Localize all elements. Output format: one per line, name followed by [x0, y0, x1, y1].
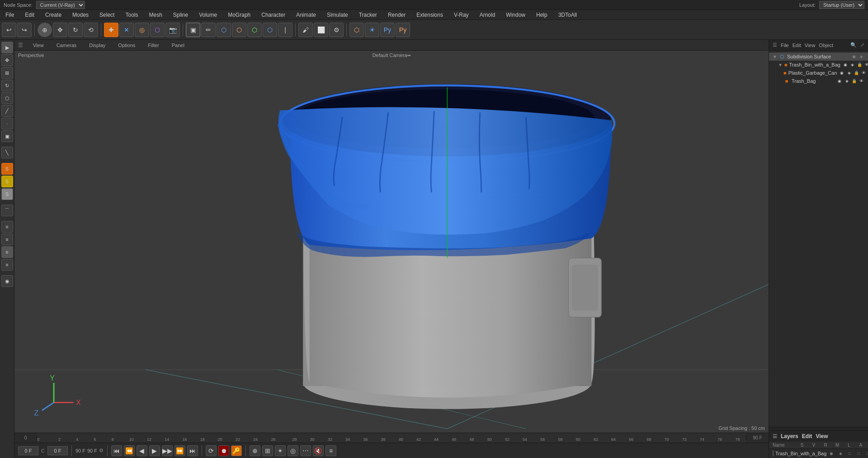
obj-button[interactable]: ▣: [186, 23, 200, 37]
tab-options[interactable]: Options: [115, 42, 138, 49]
paint-button[interactable]: 🖌: [298, 23, 313, 37]
left-point-btn[interactable]: ·: [1, 118, 13, 129]
transform-button[interactable]: ⟲: [84, 23, 98, 37]
layer-row-trashbin[interactable]: Trash_Bin_with_a_Bag ◉ ◈ □ □ □ ▶: [769, 449, 868, 458]
tree-item-trashbag[interactable]: ■ Trash_Bag ◉ ◈ 🔒 👁: [769, 77, 868, 85]
left-rotate-btn[interactable]: ↻: [1, 80, 13, 91]
light-button[interactable]: |: [278, 23, 292, 37]
layers-edit-btn[interactable]: Edit: [802, 433, 812, 439]
rp-search-icon[interactable]: 🔍: [850, 42, 857, 48]
loop-btn[interactable]: ⟳: [206, 445, 217, 456]
menu-mograph[interactable]: MoGraph: [226, 11, 252, 19]
menu-extensions[interactable]: Extensions: [415, 11, 445, 19]
tab-display[interactable]: Display: [86, 42, 108, 49]
trashbin-vis3[interactable]: 👁: [864, 62, 868, 68]
object-tree-scrollbar[interactable]: [769, 427, 868, 430]
flag-l[interactable]: □: [864, 450, 868, 457]
menu-render[interactable]: Render: [386, 11, 407, 19]
scene-button[interactable]: ⬡: [247, 23, 262, 37]
floor-button[interactable]: ⬡: [349, 23, 364, 37]
layers-view-btn[interactable]: View: [816, 433, 828, 439]
menu-vray[interactable]: V-Ray: [452, 11, 471, 19]
left-edge-btn[interactable]: ╱: [1, 105, 13, 117]
tab-cameras[interactable]: Cameras: [54, 42, 80, 49]
left-layer1-btn[interactable]: ≡: [1, 221, 13, 233]
deform-button[interactable]: ⬡: [232, 23, 246, 37]
undo-button[interactable]: ↩: [2, 23, 16, 37]
solo-btn[interactable]: ◎: [288, 445, 298, 456]
spline-button[interactable]: ✏: [201, 23, 216, 37]
left-layer2-btn[interactable]: ≡: [1, 234, 13, 245]
python-button[interactable]: Py: [380, 23, 395, 37]
mute-btn[interactable]: 🔇: [313, 445, 324, 456]
new-button[interactable]: ✚: [104, 23, 118, 37]
subdiv-vis2[interactable]: ◈: [858, 53, 864, 60]
trashbag-vis1[interactable]: ◉: [836, 78, 843, 84]
menu-select[interactable]: Select: [98, 11, 116, 19]
layout-select[interactable]: Startup (User): [819, 1, 864, 9]
plasticcan-vis1[interactable]: ◉: [839, 70, 845, 76]
rp-object-btn[interactable]: Object: [819, 43, 833, 48]
menu-arnold[interactable]: Arnold: [478, 11, 497, 19]
rp-view-btn[interactable]: View: [805, 43, 816, 48]
menu-file[interactable]: File: [4, 11, 16, 19]
play-to-end-btn[interactable]: ⏭: [187, 445, 198, 456]
xray-y-button[interactable]: ◎: [135, 23, 149, 37]
viewport-menu-icon[interactable]: ☰: [18, 42, 23, 48]
left-s3-btn[interactable]: S: [1, 188, 13, 200]
left-bend-btn[interactable]: ⌒: [1, 205, 13, 216]
python2-button[interactable]: Py: [396, 23, 410, 37]
redo-button[interactable]: ↪: [17, 23, 32, 37]
expand-icon-subdivision[interactable]: ▼: [773, 54, 777, 59]
left-select-btn[interactable]: ▶: [1, 42, 13, 53]
menu-window[interactable]: Window: [504, 11, 527, 19]
menu-3dtoall[interactable]: 3DToAll: [557, 11, 579, 19]
select2-button[interactable]: ⬜: [314, 23, 328, 37]
tree-item-trashbin[interactable]: ▼ ■ Trash_Bin_with_a_Bag ◉ ◈ 🔒 👁: [769, 61, 868, 69]
plasticcan-lock[interactable]: 🔒: [853, 70, 859, 76]
flag-v[interactable]: ◈: [837, 450, 844, 457]
left-s2-btn[interactable]: S: [1, 176, 13, 187]
current-frame-input[interactable]: [18, 446, 38, 455]
key-btn[interactable]: 🔑: [231, 445, 242, 456]
trashbin-vis2[interactable]: ◈: [849, 62, 856, 68]
menu-modes[interactable]: Modes: [71, 11, 90, 19]
subdiv-vis1[interactable]: ◉: [851, 53, 857, 60]
rp-expand-icon[interactable]: ⤢: [860, 42, 864, 48]
menu-edit[interactable]: Edit: [23, 11, 36, 19]
timeline-ruler[interactable]: 0 2 4 6 8 10 12 14 16 18 20 22 24 26: [37, 433, 746, 443]
tree-item-subdivision[interactable]: ▼ ⬡ Subdivision Surface ◉ ◈: [769, 52, 868, 61]
layers-menu-icon[interactable]: ☰: [773, 434, 777, 439]
xray-z-button[interactable]: ⬡: [150, 23, 165, 37]
left-poly-btn[interactable]: ⬡: [1, 92, 13, 104]
menu-help[interactable]: Help: [534, 11, 549, 19]
snap2-btn[interactable]: ⊞: [262, 445, 273, 456]
knife-button[interactable]: ⚙: [329, 23, 344, 37]
menu-animate[interactable]: Animate: [294, 11, 318, 19]
trashbin-lock[interactable]: 🔒: [857, 62, 863, 68]
left-scale-btn[interactable]: ⊞: [1, 67, 13, 79]
play-to-start-btn[interactable]: ⏮: [111, 445, 122, 456]
trashbin-vis1[interactable]: ◉: [842, 62, 849, 68]
menu-volume[interactable]: Volume: [197, 11, 219, 19]
flag-m[interactable]: □: [855, 450, 862, 457]
menu-tracker[interactable]: Tracker: [357, 11, 379, 19]
gen-button[interactable]: ⬡: [217, 23, 231, 37]
next-btn[interactable]: ▶▶: [162, 445, 173, 456]
scale-tool-button[interactable]: ✥: [53, 23, 67, 37]
dots-btn[interactable]: ⋯: [300, 445, 311, 456]
prev-frame-btn[interactable]: ⏪: [124, 445, 135, 456]
snap3-btn[interactable]: ✴: [275, 445, 286, 456]
flag-r[interactable]: □: [846, 450, 853, 457]
camera-button[interactable]: 📷: [165, 23, 180, 37]
tab-panel[interactable]: Panel: [169, 42, 187, 49]
layer-btn[interactable]: ≡: [326, 445, 336, 456]
plasticcan-vis3[interactable]: 👁: [860, 70, 867, 76]
rp-file-btn[interactable]: File: [781, 43, 789, 48]
menu-spline[interactable]: Spline: [171, 11, 190, 19]
left-s1-btn[interactable]: S: [1, 163, 13, 175]
left-paint-btn[interactable]: ▣: [1, 130, 13, 142]
menu-character[interactable]: Character: [259, 11, 287, 19]
trashbag-vis2[interactable]: ◈: [844, 78, 850, 84]
move-tool-button[interactable]: ⊕: [38, 23, 52, 37]
